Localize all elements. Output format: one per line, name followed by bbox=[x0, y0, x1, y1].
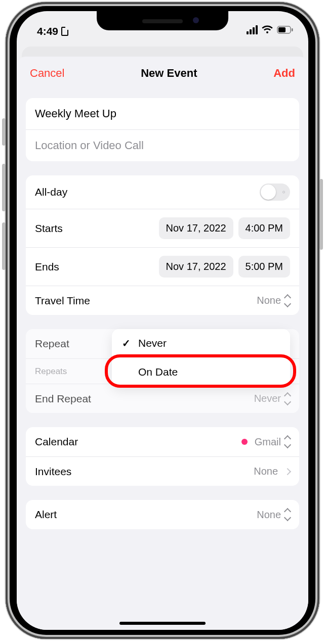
cellular-signal-icon bbox=[247, 25, 258, 34]
alert-value: None bbox=[257, 509, 281, 521]
nav-bar: Cancel New Event Add bbox=[17, 57, 308, 89]
repeats-small-label: Repeats bbox=[35, 366, 67, 377]
repeat-section: Repeat Repeats End Repeat Never bbox=[26, 329, 299, 413]
invitees-row[interactable]: Invitees None bbox=[26, 456, 299, 486]
allday-toggle[interactable] bbox=[260, 183, 290, 201]
page-title: New Event bbox=[141, 67, 197, 80]
svg-rect-1 bbox=[278, 27, 286, 32]
phone-frame: 4:49 Cancel New Event Add bbox=[6, 2, 319, 639]
updown-chevron-icon bbox=[284, 394, 290, 403]
updown-chevron-icon bbox=[284, 296, 290, 305]
svg-rect-2 bbox=[292, 28, 293, 31]
popover-option-never[interactable]: ✓ Never bbox=[112, 329, 290, 357]
ends-row: Ends Nov 17, 2022 5:00 PM bbox=[26, 247, 299, 286]
invitees-label: Invitees bbox=[35, 466, 71, 478]
travel-time-row[interactable]: Travel Time None bbox=[26, 286, 299, 315]
location-placeholder: Location or Video Call bbox=[35, 139, 144, 152]
volume-down-button bbox=[2, 222, 6, 270]
wifi-icon bbox=[262, 25, 273, 34]
end-repeat-popover: ✓ Never ✓ On Date bbox=[112, 329, 290, 386]
volume-up-button bbox=[2, 164, 6, 211]
ends-date-button[interactable]: Nov 17, 2022 bbox=[159, 256, 233, 278]
starts-row: Starts Nov 17, 2022 4:00 PM bbox=[26, 209, 299, 247]
mute-switch bbox=[2, 118, 6, 146]
starts-label: Starts bbox=[35, 222, 63, 235]
calendar-color-dot bbox=[241, 439, 248, 445]
alert-row[interactable]: Alert None bbox=[26, 500, 299, 529]
end-repeat-value: Never bbox=[254, 393, 281, 404]
cancel-button[interactable]: Cancel bbox=[30, 67, 64, 80]
power-button bbox=[319, 179, 323, 250]
battery-icon bbox=[277, 26, 293, 34]
repeat-label: Repeat bbox=[35, 338, 69, 350]
calendar-card: Calendar Gmail Invitees None bbox=[26, 427, 299, 486]
home-indicator[interactable] bbox=[119, 622, 206, 625]
sim-icon bbox=[61, 27, 68, 36]
popover-option-ondate[interactable]: ✓ On Date bbox=[112, 357, 290, 386]
allday-label: All-day bbox=[35, 186, 67, 198]
invitees-value: None bbox=[254, 466, 278, 477]
popover-never-label: Never bbox=[138, 337, 167, 349]
title-row[interactable] bbox=[26, 98, 299, 129]
travel-time-label: Travel Time bbox=[35, 295, 90, 307]
screen: 4:49 Cancel New Event Add bbox=[17, 11, 308, 630]
event-title-input[interactable] bbox=[35, 107, 290, 120]
title-location-card: Location or Video Call bbox=[26, 98, 299, 161]
new-event-sheet: Cancel New Event Add Location or Video C… bbox=[17, 57, 308, 630]
allday-row: All-day bbox=[26, 175, 299, 209]
ends-time-button[interactable]: 5:00 PM bbox=[238, 256, 290, 278]
add-button[interactable]: Add bbox=[273, 67, 295, 80]
end-repeat-label: End Repeat bbox=[35, 393, 91, 405]
status-bar: 4:49 bbox=[17, 11, 308, 44]
location-row[interactable]: Location or Video Call bbox=[26, 129, 299, 161]
alert-card: Alert None bbox=[26, 500, 299, 529]
calendar-label: Calendar bbox=[35, 436, 78, 448]
checkmark-icon: ✓ bbox=[122, 337, 133, 349]
starts-time-button[interactable]: 4:00 PM bbox=[238, 217, 290, 239]
updown-chevron-icon bbox=[284, 510, 290, 519]
alert-label: Alert bbox=[35, 509, 57, 521]
travel-time-value: None bbox=[257, 295, 281, 306]
updown-chevron-icon bbox=[284, 437, 290, 446]
starts-date-button[interactable]: Nov 17, 2022 bbox=[159, 217, 233, 239]
status-time: 4:49 bbox=[37, 25, 58, 37]
popover-ondate-label: On Date bbox=[138, 366, 178, 378]
chevron-right-icon bbox=[284, 468, 291, 475]
datetime-card: All-day Starts Nov 17, 2022 4:00 PM Ends… bbox=[26, 175, 299, 315]
calendar-row[interactable]: Calendar Gmail bbox=[26, 427, 299, 456]
ends-label: Ends bbox=[35, 261, 59, 273]
end-repeat-row[interactable]: End Repeat Never bbox=[26, 384, 299, 413]
calendar-value: Gmail bbox=[255, 436, 281, 448]
